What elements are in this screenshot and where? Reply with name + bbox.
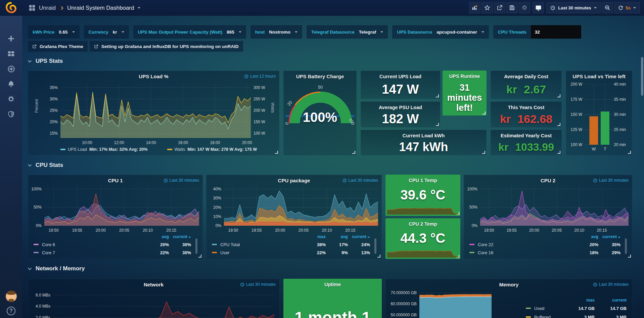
cycle-view-mode-button[interactable] bbox=[533, 2, 544, 13]
legend-scrollbar[interactable] bbox=[374, 238, 376, 254]
stat-title[interactable]: CPU 2 Temp bbox=[387, 221, 459, 227]
page-scrollbar[interactable] bbox=[641, 57, 643, 96]
legend-header[interactable]: max bbox=[563, 298, 595, 303]
refresh-picker[interactable]: 5s bbox=[614, 2, 640, 13]
chart-canvas[interactable] bbox=[419, 290, 492, 318]
chart-canvas[interactable] bbox=[44, 186, 199, 226]
sidebar-explore-button[interactable] bbox=[0, 64, 22, 74]
stat-title[interactable]: Current UPS Load bbox=[362, 74, 439, 79]
axis-tick: 30% bbox=[28, 97, 58, 101]
user-avatar[interactable] bbox=[6, 291, 17, 302]
chart-canvas[interactable] bbox=[53, 290, 274, 318]
sidebar-server-admin-button[interactable] bbox=[0, 109, 22, 119]
axis-tick: 20:10 bbox=[316, 228, 338, 233]
bar-W[interactable] bbox=[589, 116, 598, 145]
shield-icon bbox=[7, 110, 15, 118]
stat-title[interactable]: Average PSU Load bbox=[362, 105, 439, 110]
legend-series[interactable]: UPS Load bbox=[68, 147, 87, 152]
variable-currency[interactable]: Currency kr bbox=[84, 25, 129, 39]
stat-title[interactable]: Current Load kWh bbox=[362, 133, 485, 138]
variable-ups-max-output[interactable]: UPS Max Output Power Capacity (Watt) 865 bbox=[133, 25, 246, 39]
dashboard-title[interactable]: Unraid System Dashboard bbox=[67, 5, 134, 11]
panel-title[interactable]: UPS Load % bbox=[48, 74, 259, 79]
legend-series[interactable]: Core 6 bbox=[42, 242, 55, 247]
time-range-label: Last 30 minutes bbox=[558, 5, 591, 10]
chart-canvas[interactable] bbox=[224, 186, 378, 226]
legend-series[interactable]: Watts bbox=[175, 147, 185, 152]
panel-title[interactable]: Network bbox=[48, 282, 259, 287]
sidebar-configuration-button[interactable] bbox=[0, 94, 22, 104]
variable-telegraf-datasource[interactable]: Telegraf Datasource Telegraf bbox=[307, 25, 388, 39]
legend-header[interactable]: current bbox=[598, 234, 620, 239]
section-ups-stats[interactable]: UPS Stats bbox=[29, 58, 63, 64]
stat-title[interactable]: This Years Cost bbox=[492, 105, 560, 110]
legend-header[interactable]: current bbox=[348, 234, 370, 239]
section-network-memory[interactable]: Network / Memory bbox=[29, 265, 85, 272]
panel-cpu2-graph: CPU 2 Last 30 minutes 100%50%0%19:5019:5… bbox=[464, 175, 632, 259]
panel-title[interactable]: CPU package bbox=[227, 178, 361, 183]
dropdown-caret-icon bbox=[122, 31, 124, 33]
legend-series[interactable]: Core 22 bbox=[478, 242, 493, 247]
apps-grid-icon[interactable] bbox=[29, 5, 35, 11]
bar-T[interactable] bbox=[601, 111, 609, 145]
panel-ups-runtime: UPS Runtime 31 minutes left! bbox=[443, 71, 487, 116]
chart-canvas[interactable] bbox=[480, 186, 629, 226]
stat-title[interactable]: Uptime bbox=[285, 282, 380, 287]
zoom-out-time-button[interactable] bbox=[602, 2, 613, 13]
time-override-label: Last 12 hours bbox=[250, 74, 276, 79]
dashboard-settings-button[interactable] bbox=[519, 2, 530, 13]
variable-host[interactable]: host Nostromo bbox=[250, 25, 302, 39]
legend-header[interactable]: avg bbox=[576, 234, 598, 239]
legend-header[interactable]: max bbox=[304, 234, 326, 239]
time-override-label: Last 30 minutes bbox=[599, 282, 629, 287]
time-range-picker[interactable]: Last 30 minutes bbox=[546, 2, 600, 13]
grafana-logo-icon[interactable] bbox=[5, 2, 17, 14]
help-icon[interactable] bbox=[7, 307, 15, 315]
legend-scrollbar[interactable] bbox=[625, 238, 627, 254]
legend-series[interactable]: Buffered bbox=[534, 315, 551, 318]
variable-ups-datasource[interactable]: UPS Datasource apcupsd-container bbox=[392, 25, 489, 39]
sidebar-dashboards-button[interactable] bbox=[0, 49, 22, 59]
legend-header[interactable]: current bbox=[169, 234, 191, 239]
panel-uptime: Uptime 1 month 1 bbox=[283, 279, 382, 318]
cpu-threads-input[interactable] bbox=[531, 25, 581, 39]
chart-canvas[interactable] bbox=[60, 83, 251, 138]
panel-title[interactable]: UPS Battery Charge bbox=[287, 74, 353, 79]
legend-header[interactable]: avg bbox=[326, 234, 348, 239]
save-dashboard-button[interactable] bbox=[506, 2, 518, 13]
dashboard-title-caret-icon[interactable] bbox=[138, 7, 140, 9]
legend-series[interactable]: User bbox=[220, 250, 229, 255]
legend-series[interactable]: CPU Total bbox=[220, 242, 240, 247]
axis-tick: 40% bbox=[206, 187, 221, 191]
legend-series[interactable]: Used bbox=[534, 306, 544, 311]
axis-tick: 20:15 bbox=[339, 228, 361, 233]
axis-label: Percent bbox=[34, 99, 39, 113]
chart-legend: maxavgcurrentCPU Total38%17%24%User22%9%… bbox=[212, 233, 370, 257]
bar-chart-canvas[interactable] bbox=[584, 84, 613, 145]
stat-title[interactable]: Estimated Yearly Cost bbox=[492, 133, 560, 138]
legend-scrollbar[interactable] bbox=[195, 238, 197, 254]
clock-icon bbox=[164, 178, 168, 183]
legend-series[interactable]: Core 7 bbox=[42, 250, 55, 255]
legend-series[interactable]: Core 16 bbox=[478, 250, 493, 255]
stat-title[interactable]: UPS Runtime bbox=[444, 74, 485, 79]
stat-title[interactable]: Average Daily Cost bbox=[492, 74, 560, 79]
section-cpu-stats[interactable]: CPU Stats bbox=[29, 162, 63, 169]
legend-header[interactable]: avg bbox=[147, 234, 169, 239]
stat-title[interactable]: CPU 1 Temp bbox=[387, 178, 459, 183]
panel-time-override: Last 12 hours bbox=[244, 74, 276, 79]
star-dashboard-button[interactable] bbox=[481, 2, 493, 13]
panel-title[interactable]: UPS Load vs Time left bbox=[569, 74, 629, 79]
legend-header[interactable]: current bbox=[595, 298, 627, 303]
axis-tick: 20:15 bbox=[591, 228, 612, 233]
sidebar-create-button[interactable] bbox=[0, 34, 22, 44]
panel-title[interactable]: Memory bbox=[406, 282, 612, 287]
share-dashboard-button[interactable] bbox=[494, 2, 505, 13]
link-ups-monitoring-guide[interactable]: Setting up Grafana and InfluxDB for UPS … bbox=[90, 41, 243, 52]
link-grafana-plex-theme[interactable]: Grafana Plex Theme bbox=[28, 41, 88, 52]
add-panel-button[interactable] bbox=[469, 2, 480, 13]
breadcrumb-folder[interactable]: Unraid bbox=[39, 5, 56, 11]
sidebar-alerting-button[interactable] bbox=[0, 79, 22, 89]
variable-kwh-price[interactable]: kWh Price 0.65 bbox=[28, 25, 80, 39]
panel-title[interactable]: CPU 1 bbox=[48, 178, 182, 183]
